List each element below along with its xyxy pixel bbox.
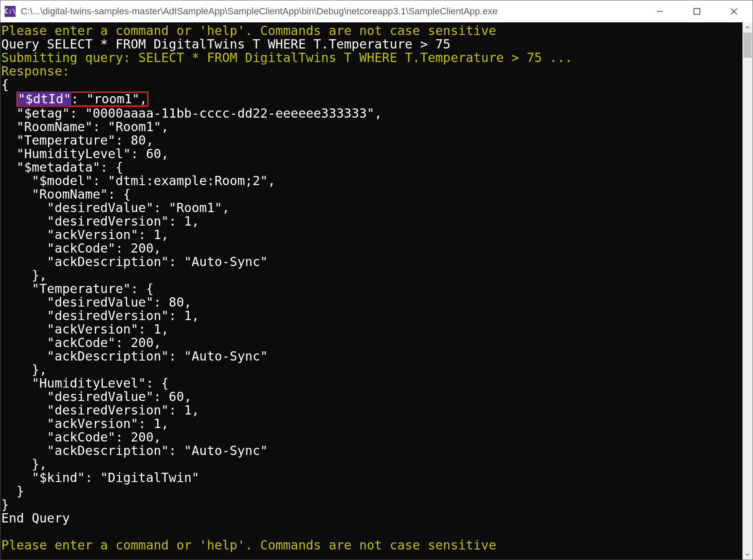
- json-line: "ackCode": 200,: [1, 335, 161, 350]
- json-brace-open: {: [1, 77, 9, 92]
- chevron-down-icon: [745, 552, 750, 557]
- window-title: C:\...\digital-twins-samples-master\AdtS…: [21, 6, 641, 17]
- json-line: },: [1, 457, 47, 471]
- json-line: "ackCode": 200,: [1, 430, 161, 444]
- json-line: "desiredVersion": 1,: [1, 214, 199, 229]
- json-line: "Temperature": {: [1, 281, 153, 296]
- submitting-line: Submitting query: SELECT * FROM DigitalT…: [1, 50, 573, 65]
- prompt-line: Please enter a command or 'help'. Comman…: [1, 23, 496, 38]
- minimize-button[interactable]: [641, 0, 678, 22]
- json-line: "ackDescription": "Auto-Sync": [1, 254, 268, 269]
- prompt-line: Please enter a command or 'help'. Comman…: [1, 538, 496, 552]
- json-line: "ackVersion": 1,: [1, 416, 169, 431]
- dtid-highlight: "$dtId": "room1",: [16, 92, 148, 107]
- console-window: C:\ C:\...\digital-twins-samples-master\…: [0, 0, 753, 560]
- minimize-icon: [656, 8, 664, 15]
- json-line: "desiredValue": "Room1",: [1, 200, 230, 215]
- json-line: "ackCode": 200,: [1, 241, 161, 256]
- json-line: "$etag": "0000aaaa-11bb-cccc-dd22-eeeeee…: [1, 106, 382, 121]
- titlebar[interactable]: C:\ C:\...\digital-twins-samples-master\…: [0, 0, 753, 22]
- json-line: "ackDescription": "Auto-Sync": [1, 349, 268, 363]
- scroll-down-button[interactable]: [742, 549, 753, 560]
- close-button[interactable]: [715, 0, 753, 22]
- json-line: "ackVersion": 1,: [1, 322, 169, 337]
- json-line: "HumidityLevel": {: [1, 376, 169, 390]
- vertical-scrollbar[interactable]: [742, 22, 753, 560]
- dtid-rest: : "room1",: [71, 92, 148, 106]
- json-line: "$metadata": {: [1, 160, 123, 175]
- chevron-up-icon: [745, 25, 750, 30]
- json-line: "desiredVersion": 1,: [1, 308, 199, 323]
- json-line: "ackDescription": "Auto-Sync": [1, 443, 268, 458]
- json-line: },: [1, 362, 47, 377]
- json-line: },: [1, 268, 47, 283]
- json-line: }: [1, 484, 24, 498]
- json-line: "desiredValue": 60,: [1, 389, 192, 404]
- query-line: Query SELECT * FROM DigitalTwins T WHERE…: [1, 37, 451, 51]
- maximize-icon: [693, 8, 701, 15]
- json-brace-close: }: [1, 497, 9, 512]
- response-label: Response:: [1, 64, 70, 78]
- maximize-button[interactable]: [678, 0, 715, 22]
- dtid-key: "$dtId": [18, 92, 71, 106]
- json-line: "desiredVersion": 1,: [1, 403, 199, 417]
- scroll-up-button[interactable]: [742, 22, 753, 32]
- json-line: "RoomName": {: [1, 187, 131, 202]
- close-icon: [730, 8, 738, 15]
- scrollbar-thumb[interactable]: [743, 32, 752, 58]
- json-line: "ackVersion": 1,: [1, 227, 169, 242]
- end-query-line: End Query: [1, 511, 70, 525]
- app-icon: C:\: [5, 6, 16, 17]
- json-line: "HumidityLevel": 60,: [1, 146, 169, 161]
- json-line: "$kind": "DigitalTwin": [1, 470, 199, 485]
- json-line: "desiredValue": 80,: [1, 295, 192, 310]
- window-controls: [641, 0, 753, 22]
- client-area: Please enter a command or 'help'. Comman…: [0, 22, 753, 560]
- json-line: "$model": "dtmi:example:Room;2",: [1, 173, 275, 188]
- terminal-output[interactable]: Please enter a command or 'help'. Comman…: [0, 22, 742, 560]
- json-line: "RoomName": "Room1",: [1, 119, 169, 134]
- json-line: [1, 92, 16, 106]
- json-line: "Temperature": 80,: [1, 133, 153, 148]
- svg-rect-1: [694, 8, 700, 14]
